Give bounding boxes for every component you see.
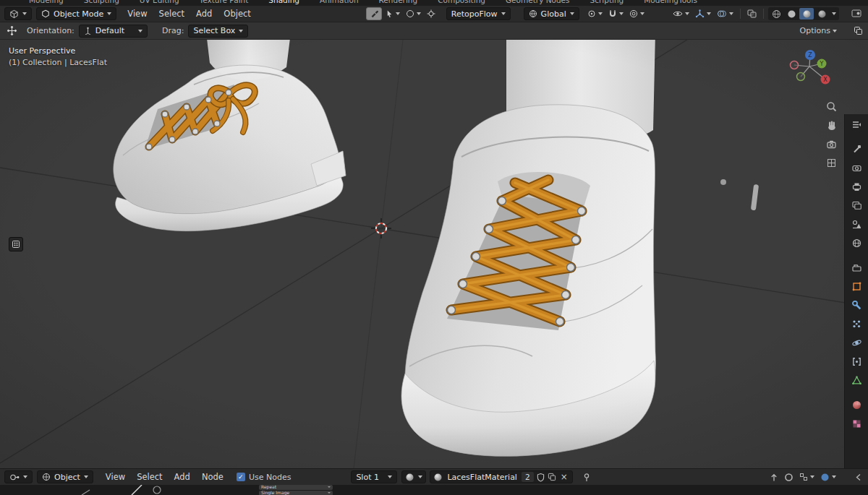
parent-up-button[interactable]	[767, 470, 780, 483]
mode-label: Object Mode	[54, 9, 103, 19]
shader-type-dropdown[interactable]: Object	[37, 470, 93, 483]
chevron-down-icon	[239, 30, 243, 33]
use-nodes-checkbox[interactable]: ✓ Use Nodes	[234, 470, 294, 483]
options-dropdown[interactable]: Options	[798, 25, 839, 38]
snapping-toggle[interactable]	[782, 470, 796, 483]
material-name-field[interactable]: LacesFlatMaterial 2 ×	[430, 470, 572, 483]
shading-material-button[interactable]	[799, 8, 814, 20]
tweak-tool-dropdown[interactable]	[383, 7, 402, 20]
snap-target-button[interactable]	[425, 7, 438, 20]
editor-selector-icon[interactable]	[851, 119, 862, 130]
eye-icon	[673, 9, 683, 18]
menu-add[interactable]: Add	[191, 9, 217, 19]
collapse-region-button[interactable]	[853, 470, 864, 483]
shading-solid-button[interactable]	[784, 8, 799, 20]
properties-tab-rail	[844, 114, 868, 468]
material-slot-dropdown[interactable]: Slot 1	[351, 470, 397, 483]
tab-object[interactable]	[851, 280, 862, 292]
overlay-sphere-dropdown[interactable]	[818, 470, 838, 483]
tab-texture[interactable]	[851, 418, 862, 429]
tab-render[interactable]	[851, 162, 862, 173]
menu-select[interactable]: Select	[154, 9, 190, 19]
axis-z-label: Z	[808, 52, 812, 59]
pivot-point-dropdown[interactable]	[585, 7, 605, 20]
shader-menu-view[interactable]: View	[101, 472, 130, 482]
orientation-default-dropdown[interactable]: Default	[79, 25, 148, 38]
node-editor-area[interactable]: Repeat Single Image	[0, 485, 868, 495]
camera-view-button[interactable]	[825, 137, 838, 150]
unlink-material-icon[interactable]: ×	[559, 472, 569, 482]
pivot-icon	[587, 9, 596, 18]
blender-window: Modeling Sculpting UV Editing Texture Pa…	[0, 0, 868, 495]
chevron-down-icon	[598, 12, 603, 15]
tab-physics[interactable]	[851, 337, 862, 348]
tab-tool[interactable]	[851, 143, 862, 155]
fake-user-shield-icon[interactable]	[537, 473, 545, 482]
camera-icon	[826, 139, 837, 150]
perspective-toggle-button[interactable]	[825, 156, 838, 169]
snapping-dropdown[interactable]	[797, 470, 817, 483]
axis-negative-x-ball[interactable]	[791, 61, 799, 69]
falloff-dropdown[interactable]	[404, 7, 423, 20]
gizmos-dropdown[interactable]	[693, 7, 713, 20]
chevron-down-icon	[23, 475, 27, 478]
proportional-editing-dropdown[interactable]	[627, 7, 647, 20]
material-users-button[interactable]: 2	[522, 472, 534, 482]
chevron-down-icon	[810, 475, 814, 478]
menu-object[interactable]: Object	[218, 9, 255, 19]
tab-output[interactable]	[851, 181, 862, 192]
chevron-down-icon[interactable]	[832, 12, 836, 15]
chevron-down-icon	[328, 492, 331, 494]
navigation-gizmo[interactable]: Z Y X	[788, 46, 839, 96]
shading-wireframe-button[interactable]	[769, 8, 783, 20]
duplicate-icon	[854, 26, 863, 35]
tab-constraints[interactable]	[851, 356, 862, 367]
copy-settings-button[interactable]	[851, 25, 865, 38]
proportional-icon	[629, 9, 638, 18]
tab-world[interactable]	[851, 237, 862, 249]
tab-modifiers[interactable]	[851, 299, 862, 311]
hand-icon	[826, 120, 837, 131]
image-texture-node[interactable]: Repeat Single Image	[259, 485, 333, 495]
xray-toggle[interactable]	[745, 7, 759, 20]
solid-sphere-icon	[787, 9, 796, 19]
active-object-text: (1) Collection | LacesFlat	[9, 57, 107, 69]
object-visibility-dropdown[interactable]	[671, 7, 692, 20]
transform-orientation-dropdown[interactable]: Global	[524, 7, 579, 20]
tab-scene[interactable]	[851, 218, 862, 230]
drag-mode-dropdown[interactable]: Select Box	[188, 25, 248, 38]
move-tool-button[interactable]	[4, 25, 20, 38]
shader-menu-node[interactable]: Node	[197, 472, 229, 482]
shader-menu-add[interactable]: Add	[169, 472, 195, 482]
tab-particles[interactable]	[851, 318, 862, 330]
tab-material[interactable]	[851, 399, 862, 410]
menu-view[interactable]: View	[122, 9, 152, 19]
wireframe-sphere-icon	[772, 9, 781, 19]
pin-button[interactable]	[580, 470, 593, 483]
pan-button[interactable]	[825, 119, 838, 132]
shading-rendered-button[interactable]	[814, 8, 829, 20]
tab-object-data[interactable]	[851, 374, 862, 386]
tab-collection[interactable]	[851, 262, 862, 273]
node-extension-dropdown[interactable]: Repeat	[259, 485, 333, 490]
chevron-down-icon	[685, 12, 689, 15]
retopoflow-dropdown[interactable]: RetopoFlow	[446, 7, 511, 20]
toolbar-grid-icon	[12, 240, 20, 249]
overlays-dropdown[interactable]	[715, 7, 736, 20]
zoom-button[interactable]	[825, 100, 838, 113]
axis-negative-y-ball[interactable]	[797, 73, 805, 81]
shader-editor-type-dropdown[interactable]	[4, 470, 33, 483]
node-source-dropdown[interactable]: Single Image	[259, 491, 333, 495]
retopoflow-label: RetopoFlow	[451, 9, 498, 19]
editor-type-dropdown[interactable]	[4, 7, 32, 20]
screen-layout-button[interactable]	[849, 7, 864, 20]
toolbar-popover-button[interactable]	[9, 237, 23, 251]
snap-dropdown[interactable]	[606, 7, 626, 20]
shader-menu-select[interactable]: Select	[132, 472, 167, 482]
tab-view-layer[interactable]	[851, 199, 862, 211]
active-tool-button[interactable]	[366, 7, 382, 20]
browse-material-dropdown[interactable]	[401, 470, 426, 483]
mode-dropdown[interactable]: Object Mode	[36, 7, 116, 20]
3d-viewport[interactable]: User Perspective (1) Collection | LacesF…	[0, 40, 868, 468]
new-material-icon[interactable]	[548, 473, 556, 481]
